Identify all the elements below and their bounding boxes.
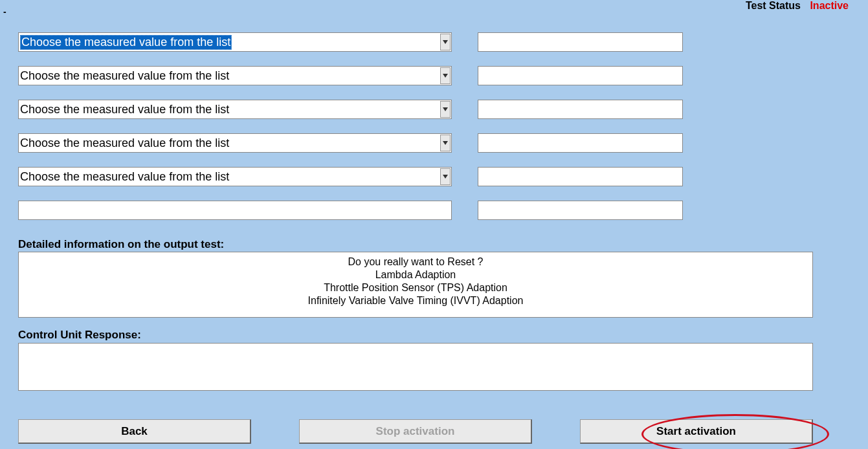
- start-activation-button[interactable]: Start activation: [580, 419, 813, 444]
- free-text-row: [18, 201, 683, 220]
- measured-value-output-2: [478, 66, 683, 85]
- measured-value-row: Choose the measured value from the list: [18, 100, 683, 119]
- measured-values-section: Choose the measured value from the list …: [18, 32, 683, 234]
- measured-value-row: Choose the measured value from the list: [18, 32, 683, 52]
- details-line: Do you really want to Reset ?: [19, 256, 812, 268]
- chevron-down-icon[interactable]: [440, 168, 451, 185]
- details-line: Lambda Adaption: [19, 268, 812, 281]
- measured-value-output-3: [478, 100, 683, 119]
- back-button[interactable]: Back: [18, 419, 251, 444]
- details-line: Throttle Position Sensor (TPS) Adaption: [19, 281, 812, 294]
- svg-marker-3: [443, 141, 448, 145]
- measured-value-select-1[interactable]: Choose the measured value from the list: [18, 32, 452, 52]
- free-text-input[interactable]: [18, 201, 452, 220]
- details-textarea[interactable]: Do you really want to Reset ? Lambda Ada…: [18, 252, 813, 318]
- measured-value-select-3[interactable]: Choose the measured value from the list: [18, 100, 452, 119]
- svg-marker-2: [443, 107, 448, 111]
- test-status-value: Inactive: [810, 0, 849, 11]
- measured-value-select-2[interactable]: Choose the measured value from the list: [18, 66, 452, 85]
- svg-marker-1: [443, 74, 448, 78]
- chevron-down-icon[interactable]: [440, 67, 451, 84]
- select-text: Choose the measured value from the list: [20, 103, 229, 116]
- status-bar: Test Status Inactive: [746, 0, 849, 12]
- chevron-down-icon[interactable]: [440, 135, 451, 151]
- details-line: Infinitely Variable Valve Timing (IVVT) …: [19, 294, 812, 307]
- measured-value-select-4[interactable]: Choose the measured value from the list: [18, 133, 452, 153]
- free-text-output: [478, 201, 683, 220]
- select-text: Choose the measured value from the list: [20, 137, 229, 150]
- chevron-down-icon[interactable]: [440, 101, 451, 118]
- response-textarea[interactable]: [18, 343, 813, 391]
- measured-value-row: Choose the measured value from the list: [18, 167, 683, 186]
- select-text: Choose the measured value from the list: [20, 170, 229, 184]
- svg-marker-0: [443, 40, 448, 44]
- select-text: Choose the measured value from the list: [20, 69, 229, 83]
- measured-value-row: Choose the measured value from the list: [18, 66, 683, 85]
- measured-value-output-5: [478, 167, 683, 186]
- stop-activation-button[interactable]: Stop activation: [299, 419, 532, 444]
- details-label: Detailed information on the output test:: [18, 238, 224, 251]
- measured-value-output-1: [478, 32, 683, 52]
- measured-value-select-5[interactable]: Choose the measured value from the list: [18, 167, 452, 186]
- measured-value-output-4: [478, 133, 683, 153]
- button-bar: Back Stop activation Start activation: [18, 419, 813, 444]
- test-status-label: Test Status: [746, 0, 801, 11]
- response-label: Control Unit Response:: [18, 329, 141, 342]
- select-text: Choose the measured value from the list: [20, 35, 232, 50]
- measured-value-row: Choose the measured value from the list: [18, 133, 683, 153]
- svg-marker-4: [443, 175, 448, 179]
- dash-indicator: -: [3, 6, 6, 17]
- chevron-down-icon[interactable]: [440, 34, 451, 50]
